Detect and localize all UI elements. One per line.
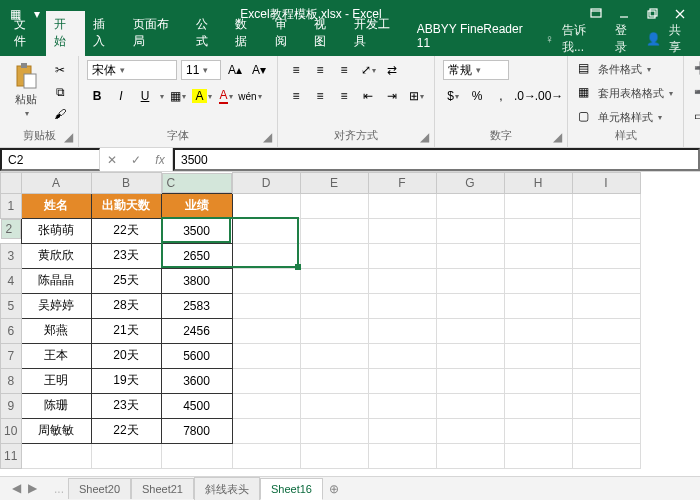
dialog-launcher[interactable]: ◢ <box>61 130 75 144</box>
fill-color-button[interactable]: A▾ <box>192 86 212 106</box>
decrease-decimal-button[interactable]: .00→ <box>539 86 559 106</box>
share-button[interactable]: 共享 <box>669 22 692 56</box>
table-header[interactable]: 姓名 <box>21 193 91 218</box>
comma-button[interactable]: , <box>491 86 511 106</box>
row-header[interactable]: 6 <box>1 318 22 343</box>
sheet-tab[interactable]: 斜线表头 <box>194 477 260 501</box>
cell[interactable]: 王明 <box>21 368 91 393</box>
cell[interactable]: 20天 <box>91 343 161 368</box>
col-header[interactable]: D <box>232 173 300 194</box>
align-center-button[interactable]: ≡ <box>310 86 330 106</box>
merge-button[interactable]: ⊞▾ <box>406 86 426 106</box>
number-format-select[interactable]: 常规▾ <box>443 60 509 80</box>
tab-formulas[interactable]: 公式 <box>188 11 228 56</box>
sheet-nav-next[interactable]: ▶ <box>28 481 42 497</box>
cell[interactable]: 4500 <box>161 393 232 418</box>
row-header[interactable]: 7 <box>1 343 22 368</box>
dialog-launcher[interactable]: ◢ <box>550 130 564 144</box>
paste-button[interactable]: 粘贴 ▾ <box>8 60 44 120</box>
phonetic-button[interactable]: wén▾ <box>240 86 260 106</box>
row-header[interactable]: 8 <box>1 368 22 393</box>
sheet-tab[interactable]: Sheet20 <box>68 478 131 499</box>
col-header[interactable]: I <box>572 173 640 194</box>
fx-button[interactable]: fx <box>148 153 172 167</box>
insert-cells-button[interactable]: ➕插入▾ <box>692 60 700 78</box>
tell-me[interactable]: 告诉我... <box>562 22 607 56</box>
cell[interactable]: 28天 <box>91 293 161 318</box>
cell[interactable]: 陈晶晶 <box>21 268 91 293</box>
cell[interactable]: 19天 <box>91 368 161 393</box>
formula-input[interactable] <box>173 148 700 171</box>
align-middle-button[interactable]: ≡ <box>310 60 330 80</box>
format-painter-button[interactable]: 🖌 <box>50 104 70 124</box>
dialog-launcher[interactable]: ◢ <box>260 130 274 144</box>
tab-abbyy[interactable]: ABBYY FineReader 11 <box>409 17 545 56</box>
table-format-button[interactable]: ▦套用表格格式▾ <box>576 84 675 102</box>
col-header[interactable]: G <box>436 173 504 194</box>
cell[interactable]: 7800 <box>161 418 232 443</box>
border-button[interactable]: ▦▾ <box>168 86 188 106</box>
tab-page-layout[interactable]: 页面布局 <box>125 11 188 56</box>
format-cells-button[interactable]: ▭格式▾ <box>692 108 700 126</box>
cell[interactable]: 2583 <box>161 293 232 318</box>
tab-file[interactable]: 文件 <box>6 11 46 56</box>
login-link[interactable]: 登录 <box>615 22 638 56</box>
cell[interactable]: 黄欣欣 <box>21 243 91 268</box>
row-header[interactable]: 4 <box>1 268 22 293</box>
cell[interactable]: 吴婷婷 <box>21 293 91 318</box>
col-header[interactable]: F <box>368 173 436 194</box>
sheet-tab[interactable]: Sheet21 <box>131 478 194 499</box>
cell[interactable]: 王本 <box>21 343 91 368</box>
row-header[interactable]: 5 <box>1 293 22 318</box>
font-family-select[interactable]: 宋体▾ <box>87 60 177 80</box>
col-header[interactable]: A <box>21 173 91 194</box>
cell[interactable]: 21天 <box>91 318 161 343</box>
tab-view[interactable]: 视图 <box>306 11 346 56</box>
tab-developer[interactable]: 开发工具 <box>346 11 409 56</box>
align-top-button[interactable]: ≡ <box>286 60 306 80</box>
col-header[interactable]: C <box>162 173 232 193</box>
table-header[interactable]: 业绩 <box>161 193 232 218</box>
cell-grid[interactable]: A B C D E F G H I 1 姓名 出勤天数 业绩 2 张萌萌 22天… <box>0 172 641 469</box>
cell[interactable]: 22天 <box>91 218 161 243</box>
cell[interactable]: 周敏敏 <box>21 418 91 443</box>
align-left-button[interactable]: ≡ <box>286 86 306 106</box>
col-header[interactable]: H <box>504 173 572 194</box>
delete-cells-button[interactable]: ➖删除▾ <box>692 84 700 102</box>
font-color-button[interactable]: A▾ <box>216 86 236 106</box>
cell[interactable]: 23天 <box>91 393 161 418</box>
cell[interactable]: 3600 <box>161 368 232 393</box>
row-header[interactable]: 2 <box>1 219 21 239</box>
enter-formula-button[interactable]: ✓ <box>124 153 148 167</box>
dialog-launcher[interactable]: ◢ <box>417 130 431 144</box>
percent-button[interactable]: % <box>467 86 487 106</box>
cell[interactable]: 2456 <box>161 318 232 343</box>
cell[interactable]: 郑燕 <box>21 318 91 343</box>
new-sheet-button[interactable]: ⊕ <box>323 482 345 496</box>
decrease-indent-button[interactable]: ⇤ <box>358 86 378 106</box>
cell[interactable]: 23天 <box>91 243 161 268</box>
align-right-button[interactable]: ≡ <box>334 86 354 106</box>
cell[interactable]: 陈珊 <box>21 393 91 418</box>
italic-button[interactable]: I <box>111 86 131 106</box>
currency-button[interactable]: $▾ <box>443 86 463 106</box>
tab-home[interactable]: 开始 <box>46 11 86 56</box>
name-box[interactable] <box>0 148 100 171</box>
orientation-button[interactable]: ⤢▾ <box>358 60 378 80</box>
cell[interactable]: 3800 <box>161 268 232 293</box>
increase-indent-button[interactable]: ⇥ <box>382 86 402 106</box>
tab-data[interactable]: 数据 <box>227 11 267 56</box>
bold-button[interactable]: B <box>87 86 107 106</box>
sheet-area[interactable]: A B C D E F G H I 1 姓名 出勤天数 业绩 2 张萌萌 22天… <box>0 172 700 476</box>
row-header[interactable]: 10 <box>1 418 22 443</box>
wrap-text-button[interactable]: ⇄ <box>382 60 402 80</box>
cell-style-button[interactable]: ▢单元格样式▾ <box>576 108 664 126</box>
cell[interactable]: 2650 <box>161 243 232 268</box>
col-header[interactable]: E <box>300 173 368 194</box>
cell[interactable]: 张萌萌 <box>21 218 91 243</box>
tab-insert[interactable]: 插入 <box>85 11 125 56</box>
decrease-font-button[interactable]: A▾ <box>249 60 269 80</box>
align-bottom-button[interactable]: ≡ <box>334 60 354 80</box>
table-header[interactable]: 出勤天数 <box>91 193 161 218</box>
tab-review[interactable]: 审阅 <box>267 11 307 56</box>
